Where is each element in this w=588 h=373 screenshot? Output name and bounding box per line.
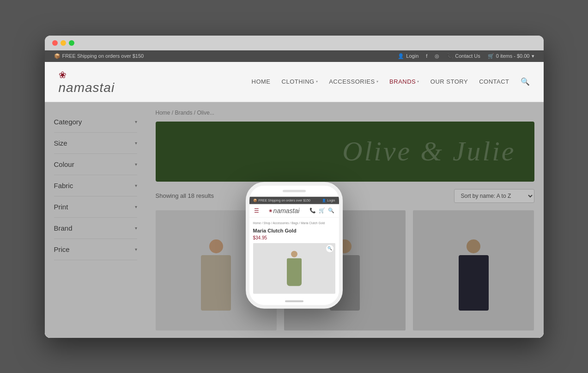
logo-icon: ❀ [59, 69, 115, 80]
facebook-icon[interactable]: f [426, 53, 427, 59]
browser-window: 📦 FREE Shipping on orders over $150 👤 Lo… [45, 36, 544, 338]
phone-nav-icons: 📞 🛒 🔍 [309, 208, 334, 214]
login-link[interactable]: 👤 Login [398, 53, 418, 59]
nav-accessories[interactable]: ACCESSORIES ▾ [329, 78, 378, 85]
chevron-down-icon: ▾ [417, 79, 419, 84]
home-indicator [285, 300, 303, 302]
browser-titlebar [45, 36, 544, 50]
close-button[interactable] [52, 40, 58, 46]
site-logo[interactable]: ❀ namastai [59, 69, 115, 94]
phone-topbar: 📦 FREE Shipping on orders over $150 👤 Lo… [249, 196, 339, 204]
website-content: 📦 FREE Shipping on orders over $150 👤 Lo… [45, 50, 544, 338]
phone-cart-icon[interactable]: 🛒 [319, 208, 325, 214]
shipping-notice: 📦 FREE Shipping on orders over $150 [54, 53, 144, 59]
cart-icon: 🛒 [488, 53, 494, 59]
phone-mockup: 📦 FREE Shipping on orders over $150 👤 Lo… [246, 182, 343, 308]
search-icon[interactable]: 🔍 [521, 77, 530, 86]
chevron-down-icon: ▾ [376, 79, 379, 84]
phone-icon: 📞 [447, 53, 453, 59]
phone-login-link[interactable]: 👤 Login [322, 198, 335, 202]
phone-logo[interactable]: ❀ namastai [269, 207, 300, 214]
phone-search-icon[interactable]: 🔍 [328, 208, 334, 214]
phone-nav: ☰ ❀ namastai 📞 🛒 🔍 [249, 204, 339, 217]
phone-logo-icon: ❀ [269, 208, 273, 213]
nav-brands[interactable]: BRANDS ▾ [389, 78, 419, 85]
minimize-button[interactable] [61, 40, 66, 46]
phone-body: Home / Shop / Accessories / Bags / Maria… [249, 217, 339, 297]
phone-shipping-notice: 📦 FREE Shipping on orders over $150 [253, 198, 310, 202]
top-bar: 📦 FREE Shipping on orders over $150 👤 Lo… [45, 50, 544, 62]
phone-speaker [283, 190, 306, 192]
phone-price: $34.95 [253, 235, 335, 240]
contact-link[interactable]: 📞 Contact Us [447, 53, 480, 59]
main-nav: HOME CLOTHING ▾ ACCESSORIES ▾ BRANDS ▾ O… [252, 77, 530, 86]
product-figure [287, 251, 302, 286]
nav-contact[interactable]: CONTACT [479, 78, 509, 85]
phone-breadcrumb: Home / Shop / Accessories / Bags / Maria… [253, 221, 335, 224]
cart-chevron: ▾ [532, 53, 534, 59]
phone-bottom [249, 298, 339, 305]
phone-logo-text: namastai [273, 207, 300, 214]
user-icon: 👤 [398, 53, 404, 59]
figure-body [287, 258, 302, 286]
phone-phone-icon[interactable]: 📞 [309, 208, 316, 214]
hamburger-icon[interactable]: ☰ [254, 207, 259, 214]
nav-home[interactable]: HOME [252, 78, 271, 85]
site-header: ❀ namastai HOME CLOTHING ▾ ACCESSORIES ▾… [45, 62, 544, 102]
figure-head [291, 251, 297, 257]
chevron-down-icon: ▾ [316, 79, 318, 84]
phone-product-title: Maria Clutch Gold [253, 227, 335, 233]
phone-notch [249, 185, 339, 196]
phone-product-image[interactable]: 🔍 [253, 243, 335, 294]
phone-truck-icon: 📦 [253, 198, 257, 202]
instagram-icon[interactable]: ◎ [435, 53, 439, 59]
maximize-button[interactable] [69, 40, 74, 46]
cart-link[interactable]: 🛒 0 items - $0.00 ▾ [488, 53, 534, 59]
nav-clothing[interactable]: CLOTHING ▾ [282, 78, 318, 85]
nav-our-story[interactable]: OUR STORY [430, 78, 468, 85]
truck-icon: 📦 [54, 53, 61, 59]
logo-text: namastai [59, 81, 115, 94]
